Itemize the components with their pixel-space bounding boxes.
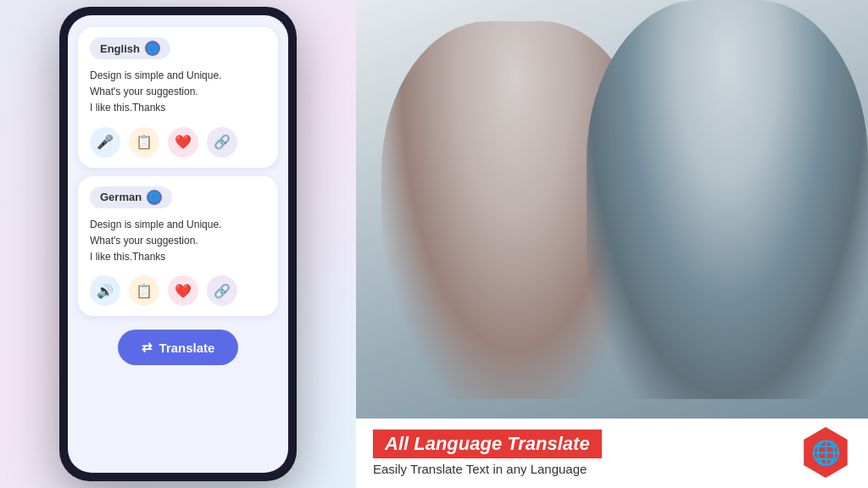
left-panel: English 🌐 Design is simple and Unique.Wh…	[0, 0, 356, 488]
share-button-german[interactable]: 🔗	[207, 275, 237, 306]
german-action-buttons: 🔊 📋 ❤️ 🔗	[90, 275, 266, 306]
heart-button-german[interactable]: ❤️	[168, 275, 198, 306]
copy-button-german[interactable]: 📋	[129, 275, 159, 306]
translate-button[interactable]: ⇄ Translate	[118, 330, 239, 365]
phone-mockup: English 🌐 Design is simple and Unique.Wh…	[59, 7, 297, 481]
globe-icon-german: 🌐	[147, 190, 162, 205]
banner-subtitle: Easily Translate Text in any Language	[373, 462, 800, 476]
translate-icon: ⇄	[142, 340, 153, 355]
right-panel: All Language Translate Easily Translate …	[356, 0, 868, 488]
bottom-banner: All Language Translate Easily Translate …	[356, 419, 868, 488]
english-action-buttons: 🎤 📋 ❤️ 🔗	[90, 127, 266, 158]
globe-icon-english: 🌐	[145, 41, 160, 56]
copy-button-english[interactable]: 📋	[129, 127, 159, 158]
banner-globe-icon: 🌐	[800, 427, 851, 478]
heart-button-english[interactable]: ❤️	[168, 127, 198, 158]
mic-button[interactable]: 🎤	[90, 127, 120, 158]
banner-content: All Language Translate Easily Translate …	[373, 430, 800, 476]
background-photo	[356, 0, 868, 420]
speaker-button[interactable]: 🔊	[90, 275, 120, 306]
german-language-badge[interactable]: German 🌐	[90, 186, 172, 208]
german-text: Design is simple and Unique.What's your …	[90, 217, 266, 266]
english-label: English	[100, 42, 140, 55]
globe-symbol: 🌐	[811, 439, 841, 467]
german-label: German	[100, 191, 142, 203]
photo-overlay	[356, 0, 868, 420]
english-card: English 🌐 Design is simple and Unique.Wh…	[78, 27, 278, 168]
english-text: Design is simple and Unique.What's your …	[90, 68, 266, 117]
english-language-badge[interactable]: English 🌐	[90, 37, 170, 59]
phone-screen: English 🌐 Design is simple and Unique.Wh…	[68, 15, 288, 473]
banner-title: All Language Translate	[373, 430, 602, 458]
translate-label: Translate	[159, 341, 215, 355]
share-button-english[interactable]: 🔗	[207, 127, 237, 158]
german-card: German 🌐 Design is simple and Unique.Wha…	[78, 176, 278, 317]
